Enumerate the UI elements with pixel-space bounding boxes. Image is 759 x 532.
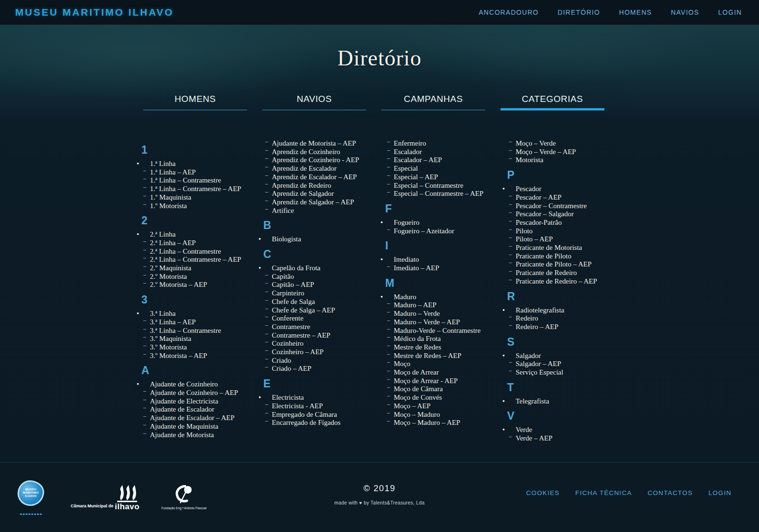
directory-item[interactable]: Ajudante de Cozinheiro – AEP <box>150 389 258 397</box>
directory-item[interactable]: Pescador – Contramestre <box>516 202 623 211</box>
nav-link-homens[interactable]: HOMENS <box>619 9 652 16</box>
directory-item[interactable]: Médico da Frota <box>394 335 501 343</box>
directory-item[interactable]: Moço – Maduro – AEP <box>394 419 501 427</box>
footer-link-login[interactable]: LOGIN <box>708 489 731 496</box>
directory-item[interactable]: Criado – AEP <box>272 365 380 373</box>
directory-item[interactable]: Contramestre <box>272 323 380 331</box>
directory-item[interactable]: Pescador – AEP <box>516 193 623 202</box>
directory-item[interactable]: 2.º Motorista – AEP <box>150 281 258 289</box>
directory-item[interactable]: Especial <box>394 165 501 173</box>
directory-item[interactable]: Aprendiz de Escalador <box>272 165 380 173</box>
footer-link-contactos[interactable]: CONTACTOS <box>648 489 693 496</box>
directory-item[interactable]: Salgador – AEP <box>516 360 623 368</box>
tab-categorias[interactable]: CATEGORIAS <box>500 94 604 110</box>
directory-item[interactable]: Redeiro <box>516 314 623 323</box>
directory-item[interactable]: Pescador – Salgador <box>516 210 623 219</box>
directory-item[interactable]: Ajudante de Maquinista <box>150 422 258 431</box>
directory-item[interactable]: 3.º Maquinista <box>150 335 258 343</box>
tab-homens[interactable]: HOMENS <box>143 94 247 110</box>
directory-item[interactable]: Especial – Contramestre <box>394 182 501 190</box>
directory-item[interactable]: Aprendiz de Salgador <box>272 190 380 198</box>
directory-item[interactable]: Chefe de Salga – AEP <box>272 306 380 315</box>
footer-link-ficha-tecnica[interactable]: FICHA TÉCNICA <box>575 489 632 496</box>
directory-item[interactable]: Piloto <box>516 227 623 236</box>
directory-item[interactable]: Moço – Maduro <box>394 411 501 419</box>
directory-item[interactable]: 2.ª Linha <box>150 230 258 239</box>
directory-item[interactable]: Aprendiz de Escalador – AEP <box>272 173 380 182</box>
directory-item[interactable]: Pescador <box>516 185 623 193</box>
directory-item[interactable]: 1.º Motorista <box>150 202 258 211</box>
directory-item[interactable]: Pescador-Patrão <box>516 219 623 227</box>
directory-item[interactable]: Praticante de Redeiro <box>516 269 623 277</box>
directory-item[interactable]: Biologista <box>272 235 380 244</box>
directory-item[interactable]: 1.ª Linha <box>150 160 258 168</box>
directory-item[interactable]: Electricista <box>272 394 380 402</box>
directory-item[interactable]: Praticante de Redeiro – AEP <box>516 277 623 286</box>
directory-item[interactable]: Praticante de Piloto – AEP <box>516 260 623 269</box>
directory-item[interactable]: 3.ª Linha – Contramestre <box>150 327 258 335</box>
directory-item[interactable]: Mestre de Redes <box>394 343 501 352</box>
directory-item[interactable]: Imediato – AEP <box>394 264 501 273</box>
directory-item[interactable]: Maduro <box>394 293 501 302</box>
directory-item[interactable]: Telegrafista <box>516 397 623 406</box>
directory-item[interactable]: 1.º Maquinista <box>150 193 258 202</box>
directory-item[interactable]: Cozinheiro – AEP <box>272 348 380 357</box>
directory-item[interactable]: Cozinheiro <box>272 339 380 348</box>
directory-item[interactable]: Capitão – AEP <box>272 281 380 289</box>
directory-item[interactable]: Escalador – AEP <box>394 156 501 165</box>
directory-item[interactable]: Moço de Arrear <box>394 368 501 377</box>
directory-item[interactable]: Fogueiro <box>394 219 501 227</box>
directory-item[interactable]: Fogueiro – Azeitador <box>394 227 501 236</box>
directory-item[interactable]: Electricista - AEP <box>272 402 380 411</box>
nav-link-diretorio[interactable]: DIRETÓRIO <box>558 9 600 16</box>
site-logo[interactable]: MUSEU MARITIMO ILHAVO <box>15 7 174 18</box>
directory-item[interactable]: 2.ª Linha – Contramestre <box>150 248 258 256</box>
tab-navios[interactable]: NAVIOS <box>262 94 366 110</box>
directory-item[interactable]: Moço <box>394 360 501 368</box>
directory-item[interactable]: Radiotelegrafista <box>516 306 623 315</box>
fundacao-pascoal-logo[interactable]: Fundação Eng.ª António Pascoal <box>161 485 206 510</box>
directory-item[interactable]: Maduro-Verde – Contramestre <box>394 327 501 335</box>
directory-item[interactable]: Verde – AEP <box>516 434 623 443</box>
directory-item[interactable]: 1.ª Linha – Contramestre <box>150 176 258 185</box>
directory-item[interactable]: Ajudante de Cozinheiro <box>150 380 258 389</box>
directory-item[interactable]: Redeiro – AEP <box>516 323 623 331</box>
nav-link-ancoradouro[interactable]: ANCORADOURO <box>479 9 538 16</box>
directory-item[interactable]: 3.ª Linha <box>150 310 258 318</box>
directory-item[interactable]: Empregado de Câmara <box>272 411 380 419</box>
directory-item[interactable]: Encarregado de Fígados <box>272 419 380 427</box>
directory-item[interactable]: Ajudante de Electricista <box>150 397 258 406</box>
directory-item[interactable]: Aprendiz de Redeiro <box>272 182 380 190</box>
directory-item[interactable]: Enfermeiro <box>394 139 501 148</box>
directory-item[interactable]: Ajudante de Escalador – AEP <box>150 414 258 422</box>
directory-item[interactable]: 2.ª Linha – AEP <box>150 239 258 248</box>
directory-item[interactable]: Verde <box>516 426 623 434</box>
directory-item[interactable]: Aprendiz de Salgador – AEP <box>272 198 380 207</box>
directory-item[interactable]: Piloto – AEP <box>516 235 623 244</box>
directory-item[interactable]: Conferente <box>272 314 380 323</box>
directory-item[interactable]: Capitão <box>272 273 380 281</box>
directory-item[interactable]: Especial – Contramestre – AEP <box>394 190 501 198</box>
directory-item[interactable]: Especial – AEP <box>394 173 501 182</box>
tab-campanhas[interactable]: CAMPANHAS <box>381 94 485 110</box>
directory-item[interactable]: Carpinteiro <box>272 289 380 298</box>
directory-item[interactable]: Serviço Especial <box>516 368 623 377</box>
directory-item[interactable]: 2.ª Linha – Contramestre – AEP <box>150 256 258 264</box>
camara-ilhavo-logo[interactable]: Câmara Municipal de ilhavo <box>71 485 139 510</box>
directory-item[interactable]: Aprendiz de Cozinheiro - AEP <box>272 156 380 165</box>
directory-item[interactable]: Praticante de Motorista <box>516 244 623 252</box>
directory-item[interactable]: Imediato <box>394 256 501 264</box>
directory-item[interactable]: Ajudante de Motorista – AEP <box>272 139 380 148</box>
directory-item[interactable]: Capelão da Frota <box>272 264 380 273</box>
directory-item[interactable]: Criado <box>272 357 380 365</box>
directory-item[interactable]: Aprendiz de Cozinheiro <box>272 148 380 156</box>
directory-item[interactable]: Artifice <box>272 207 380 215</box>
nav-link-login[interactable]: LOGIN <box>718 9 742 16</box>
directory-item[interactable]: Moço de Convés <box>394 394 501 402</box>
directory-item[interactable]: Ajudante de Escalador <box>150 405 258 414</box>
directory-item[interactable]: Ajudante de Motorista <box>150 431 258 440</box>
directory-item[interactable]: Moço – Verde <box>516 139 623 148</box>
directory-item[interactable]: Moço – AEP <box>394 402 501 411</box>
directory-item[interactable]: Maduro – Verde – AEP <box>394 318 501 327</box>
directory-item[interactable]: 3.º Motorista – AEP <box>150 352 258 360</box>
